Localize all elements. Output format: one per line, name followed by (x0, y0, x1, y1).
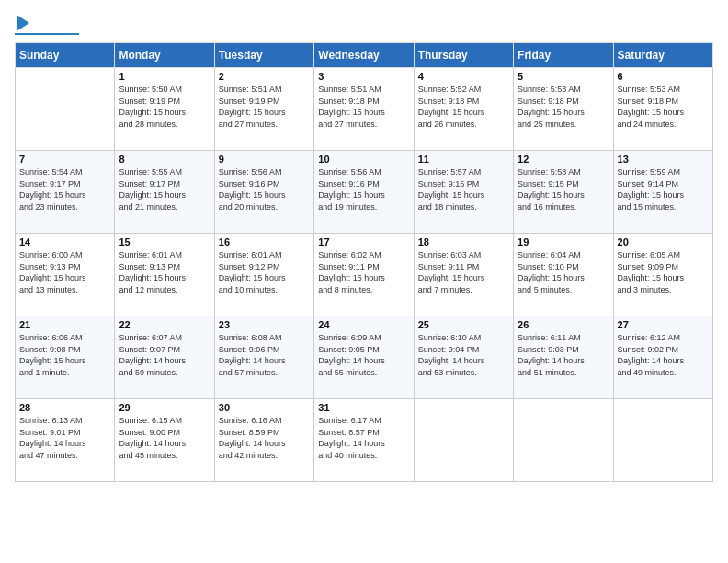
day-info: Sunrise: 5:50 AM Sunset: 9:19 PM Dayligh… (119, 84, 210, 130)
day-info: Sunrise: 5:56 AM Sunset: 9:16 PM Dayligh… (318, 167, 409, 213)
calendar-cell: 20Sunrise: 6:05 AM Sunset: 9:09 PM Dayli… (613, 234, 712, 316)
day-info: Sunrise: 6:12 AM Sunset: 9:02 PM Dayligh… (618, 332, 709, 378)
column-header-wednesday: Wednesday (314, 43, 414, 68)
day-number: 13 (618, 154, 709, 165)
day-number: 25 (418, 319, 509, 330)
calendar-cell: 22Sunrise: 6:07 AM Sunset: 9:07 PM Dayli… (115, 316, 214, 399)
day-number: 22 (119, 319, 210, 330)
calendar-cell: 30Sunrise: 6:16 AM Sunset: 8:59 PM Dayli… (214, 399, 313, 482)
calendar-cell: 31Sunrise: 6:17 AM Sunset: 8:57 PM Dayli… (314, 399, 414, 482)
logo (15, 15, 79, 35)
day-info: Sunrise: 6:11 AM Sunset: 9:03 PM Dayligh… (518, 332, 609, 378)
day-number: 28 (19, 402, 110, 413)
calendar-cell: 26Sunrise: 6:11 AM Sunset: 9:03 PM Dayli… (514, 316, 613, 399)
calendar-cell: 17Sunrise: 6:02 AM Sunset: 9:11 PM Dayli… (314, 234, 414, 316)
column-header-sunday: Sunday (16, 43, 115, 68)
day-number: 7 (19, 154, 110, 165)
day-number: 12 (518, 154, 609, 165)
calendar-cell: 6Sunrise: 5:53 AM Sunset: 9:18 PM Daylig… (613, 68, 712, 151)
day-number: 8 (119, 154, 210, 165)
day-info: Sunrise: 6:08 AM Sunset: 9:06 PM Dayligh… (219, 332, 310, 378)
calendar-cell: 29Sunrise: 6:15 AM Sunset: 9:00 PM Dayli… (115, 399, 214, 482)
calendar-cell (514, 399, 613, 482)
page-header (15, 15, 713, 35)
day-number: 2 (219, 71, 310, 82)
calendar-cell: 19Sunrise: 6:04 AM Sunset: 9:10 PM Dayli… (514, 234, 613, 316)
day-info: Sunrise: 5:51 AM Sunset: 9:19 PM Dayligh… (219, 84, 310, 130)
calendar-cell: 25Sunrise: 6:10 AM Sunset: 9:04 PM Dayli… (414, 316, 513, 399)
calendar-cell: 14Sunrise: 6:00 AM Sunset: 9:13 PM Dayli… (16, 234, 115, 316)
day-info: Sunrise: 6:16 AM Sunset: 8:59 PM Dayligh… (219, 415, 310, 461)
day-info: Sunrise: 6:07 AM Sunset: 9:07 PM Dayligh… (119, 332, 210, 378)
logo-arrow-icon (17, 15, 29, 31)
day-number: 5 (518, 71, 609, 82)
day-info: Sunrise: 6:00 AM Sunset: 9:13 PM Dayligh… (19, 249, 110, 295)
day-info: Sunrise: 5:51 AM Sunset: 9:18 PM Dayligh… (318, 84, 409, 130)
calendar-cell: 4Sunrise: 5:52 AM Sunset: 9:18 PM Daylig… (414, 68, 513, 151)
day-number: 24 (318, 319, 409, 330)
calendar-cell: 5Sunrise: 5:53 AM Sunset: 9:18 PM Daylig… (514, 68, 613, 151)
day-number: 1 (119, 71, 210, 82)
day-number: 17 (318, 236, 409, 247)
day-number: 10 (318, 154, 409, 165)
calendar-cell: 2Sunrise: 5:51 AM Sunset: 9:19 PM Daylig… (214, 68, 313, 151)
calendar-cell: 27Sunrise: 6:12 AM Sunset: 9:02 PM Dayli… (613, 316, 712, 399)
calendar-cell: 9Sunrise: 5:56 AM Sunset: 9:16 PM Daylig… (214, 151, 313, 234)
day-number: 19 (518, 236, 609, 247)
calendar-cell: 23Sunrise: 6:08 AM Sunset: 9:06 PM Dayli… (214, 316, 313, 399)
calendar-cell: 3Sunrise: 5:51 AM Sunset: 9:18 PM Daylig… (314, 68, 414, 151)
day-number: 18 (418, 236, 509, 247)
day-number: 15 (119, 236, 210, 247)
column-header-saturday: Saturday (613, 43, 712, 68)
calendar-cell: 10Sunrise: 5:56 AM Sunset: 9:16 PM Dayli… (314, 151, 414, 234)
day-info: Sunrise: 5:53 AM Sunset: 9:18 PM Dayligh… (518, 84, 609, 130)
day-info: Sunrise: 5:59 AM Sunset: 9:14 PM Dayligh… (618, 167, 709, 213)
day-info: Sunrise: 6:10 AM Sunset: 9:04 PM Dayligh… (418, 332, 509, 378)
day-info: Sunrise: 5:58 AM Sunset: 9:15 PM Dayligh… (518, 167, 609, 213)
day-info: Sunrise: 6:01 AM Sunset: 9:12 PM Dayligh… (219, 249, 310, 295)
day-info: Sunrise: 5:57 AM Sunset: 9:15 PM Dayligh… (418, 167, 509, 213)
day-number: 4 (418, 71, 509, 82)
day-info: Sunrise: 6:01 AM Sunset: 9:13 PM Dayligh… (119, 249, 210, 295)
calendar-cell: 18Sunrise: 6:03 AM Sunset: 9:11 PM Dayli… (414, 234, 513, 316)
calendar-cell: 24Sunrise: 6:09 AM Sunset: 9:05 PM Dayli… (314, 316, 414, 399)
calendar-cell: 8Sunrise: 5:55 AM Sunset: 9:17 PM Daylig… (115, 151, 214, 234)
column-header-friday: Friday (514, 43, 613, 68)
day-info: Sunrise: 6:17 AM Sunset: 8:57 PM Dayligh… (318, 415, 409, 461)
calendar-cell (414, 399, 513, 482)
column-header-tuesday: Tuesday (214, 43, 313, 68)
day-number: 11 (418, 154, 509, 165)
day-info: Sunrise: 5:53 AM Sunset: 9:18 PM Dayligh… (618, 84, 709, 130)
day-info: Sunrise: 5:56 AM Sunset: 9:16 PM Dayligh… (219, 167, 310, 213)
calendar-cell: 15Sunrise: 6:01 AM Sunset: 9:13 PM Dayli… (115, 234, 214, 316)
day-number: 20 (618, 236, 709, 247)
calendar-cell: 16Sunrise: 6:01 AM Sunset: 9:12 PM Dayli… (214, 234, 313, 316)
logo-underline (15, 33, 79, 35)
day-info: Sunrise: 6:03 AM Sunset: 9:11 PM Dayligh… (418, 249, 509, 295)
calendar-cell: 1Sunrise: 5:50 AM Sunset: 9:19 PM Daylig… (115, 68, 214, 151)
day-number: 30 (219, 402, 310, 413)
day-number: 26 (518, 319, 609, 330)
day-number: 21 (19, 319, 110, 330)
calendar-cell: 12Sunrise: 5:58 AM Sunset: 9:15 PM Dayli… (514, 151, 613, 234)
day-number: 3 (318, 71, 409, 82)
day-info: Sunrise: 5:52 AM Sunset: 9:18 PM Dayligh… (418, 84, 509, 130)
day-info: Sunrise: 6:13 AM Sunset: 9:01 PM Dayligh… (19, 415, 110, 461)
calendar-cell (613, 399, 712, 482)
calendar-cell: 11Sunrise: 5:57 AM Sunset: 9:15 PM Dayli… (414, 151, 513, 234)
day-number: 23 (219, 319, 310, 330)
column-header-thursday: Thursday (414, 43, 513, 68)
day-info: Sunrise: 6:06 AM Sunset: 9:08 PM Dayligh… (19, 332, 110, 378)
column-header-monday: Monday (115, 43, 214, 68)
calendar-cell: 28Sunrise: 6:13 AM Sunset: 9:01 PM Dayli… (16, 399, 115, 482)
calendar-cell (16, 68, 115, 151)
calendar-cell: 13Sunrise: 5:59 AM Sunset: 9:14 PM Dayli… (613, 151, 712, 234)
calendar-table: SundayMondayTuesdayWednesdayThursdayFrid… (15, 42, 713, 482)
day-number: 27 (618, 319, 709, 330)
day-number: 16 (219, 236, 310, 247)
day-info: Sunrise: 6:04 AM Sunset: 9:10 PM Dayligh… (518, 249, 609, 295)
day-info: Sunrise: 6:02 AM Sunset: 9:11 PM Dayligh… (318, 249, 409, 295)
day-info: Sunrise: 6:05 AM Sunset: 9:09 PM Dayligh… (618, 249, 709, 295)
day-number: 14 (19, 236, 110, 247)
day-info: Sunrise: 5:55 AM Sunset: 9:17 PM Dayligh… (119, 167, 210, 213)
